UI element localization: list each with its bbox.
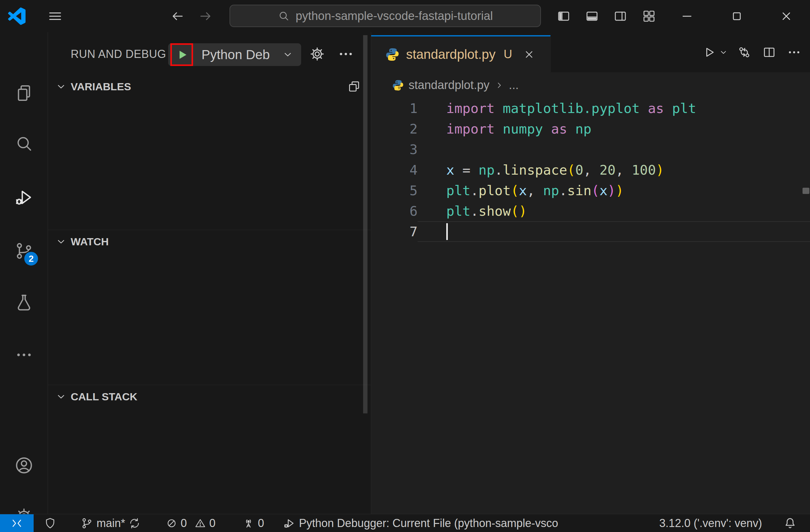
- command-center-text: python-sample-vscode-fastapi-tutorial: [295, 9, 493, 23]
- python-interpreter-status[interactable]: 3.12.0 ('.venv': venv): [659, 514, 762, 532]
- menu-icon[interactable]: [44, 0, 66, 32]
- variables-body: [48, 98, 371, 230]
- text-cursor: [446, 223, 448, 240]
- status-bar: main* 0 0 0 Python Debugger: Current Fil…: [0, 514, 810, 532]
- tab-close-icon[interactable]: [523, 48, 535, 61]
- warning-icon: [194, 517, 206, 529]
- run-dropdown-chevron-icon[interactable]: [718, 47, 728, 57]
- breadcrumb: standardplot.py ...: [371, 72, 810, 98]
- title-bar: python-sample-vscode-fastapi-tutorial: [0, 0, 810, 32]
- code-line[interactable]: 5plt.plot(x, np.sin(x)): [371, 180, 810, 201]
- ellipsis-icon: [15, 346, 33, 364]
- section-header-call-stack[interactable]: CALL STACK: [48, 385, 371, 408]
- vscode-window: python-sample-vscode-fastapi-tutorial: [0, 0, 810, 532]
- debugger-status-text: Python Debugger: Current File (python-sa…: [299, 517, 558, 530]
- sidebar-item-source-control[interactable]: [0, 231, 48, 271]
- debugger-status[interactable]: Python Debugger: Current File (python-sa…: [283, 514, 582, 532]
- line-number: 6: [371, 203, 418, 219]
- bell-icon: [783, 516, 797, 530]
- code-lines: 1import matplotlib.pyplot as plt2import …: [371, 98, 810, 242]
- code-line[interactable]: 7: [371, 221, 810, 242]
- debug-settings-gear-icon[interactable]: [309, 46, 325, 62]
- branch-status[interactable]: main*: [80, 514, 141, 532]
- line-number: 1: [371, 101, 418, 116]
- tab-standardplot[interactable]: standardplot.py U: [371, 35, 551, 72]
- minimize-button[interactable]: [673, 0, 701, 32]
- line-content[interactable]: import matplotlib.pyplot as plt: [418, 98, 810, 119]
- vscode-logo: [8, 7, 26, 25]
- copy-icon[interactable]: [347, 79, 361, 94]
- sidebar-scrollbar[interactable]: [363, 35, 368, 413]
- chevron-down-icon: [55, 390, 67, 403]
- run-debug-sidebar: RUN AND DEBUG Python Deb VARIABLES WATCH: [48, 32, 371, 514]
- back-arrow-icon[interactable]: [168, 0, 187, 32]
- code-line[interactable]: 1import matplotlib.pyplot as plt: [371, 98, 810, 119]
- remote-icon: [10, 517, 23, 530]
- section-label: WATCH: [71, 236, 109, 248]
- sidebar-item-testing[interactable]: [0, 283, 48, 322]
- line-number: 4: [371, 162, 418, 178]
- run-debug-icon: [14, 187, 34, 207]
- sidebar-item-more[interactable]: [0, 335, 48, 375]
- sidebar-title: RUN AND DEBUG: [71, 48, 166, 61]
- compare-changes-icon[interactable]: [737, 45, 751, 60]
- toggle-sidebar-icon[interactable]: [554, 0, 573, 32]
- warning-count: 0: [209, 517, 215, 530]
- files-icon: [14, 83, 34, 103]
- breadcrumb-file[interactable]: standardplot.py: [409, 79, 489, 92]
- chevron-down-icon: [55, 80, 67, 93]
- chevron-down-icon: [281, 48, 294, 61]
- maximize-button[interactable]: [723, 0, 751, 32]
- problems-status[interactable]: 0 0: [166, 514, 215, 532]
- shield-icon: [44, 517, 57, 530]
- beaker-icon: [14, 293, 34, 313]
- line-number: 5: [371, 183, 418, 198]
- section-label: CALL STACK: [71, 391, 137, 403]
- editor-group: standardplot.py U standardplot.py ... 1i…: [371, 32, 810, 514]
- line-content[interactable]: plt.plot(x, np.sin(x)): [418, 180, 810, 201]
- line-content[interactable]: [418, 221, 810, 242]
- debug-icon: [283, 517, 296, 530]
- line-content[interactable]: x = np.linspace(0, 20, 100): [418, 160, 810, 180]
- code-line[interactable]: 2import numpy as np: [371, 119, 810, 139]
- forward-arrow-icon[interactable]: [196, 0, 215, 32]
- editor-scrollbar[interactable]: [803, 188, 809, 194]
- remote-indicator[interactable]: [0, 514, 34, 532]
- git-branch-icon: [80, 517, 94, 530]
- branch-name: main*: [97, 517, 125, 530]
- toggle-secondary-sidebar-icon[interactable]: [611, 0, 630, 32]
- workspace-trust-button[interactable]: [44, 514, 57, 532]
- run-python-file-button[interactable]: [702, 45, 716, 60]
- line-number: 2: [371, 121, 418, 137]
- editor-more-actions-icon[interactable]: [787, 45, 801, 60]
- code-line[interactable]: 4x = np.linspace(0, 20, 100): [371, 160, 810, 180]
- code-line[interactable]: 6plt.show(): [371, 201, 810, 221]
- code-editor[interactable]: 1import matplotlib.pyplot as plt2import …: [371, 98, 810, 514]
- ports-count: 0: [258, 517, 264, 530]
- notifications-button[interactable]: [783, 514, 797, 532]
- ports-status[interactable]: 0: [242, 514, 264, 532]
- command-center-search[interactable]: python-sample-vscode-fastapi-tutorial: [229, 5, 541, 27]
- line-content[interactable]: plt.show(): [418, 201, 810, 221]
- sidebar-item-run-debug[interactable]: [0, 178, 48, 217]
- toggle-panel-icon[interactable]: [583, 0, 601, 32]
- sidebar-item-explorer[interactable]: [0, 73, 48, 113]
- section-header-watch[interactable]: WATCH: [48, 230, 371, 253]
- search-icon: [14, 134, 34, 153]
- code-line[interactable]: 3: [371, 139, 810, 160]
- python-icon: [385, 47, 400, 62]
- chevron-down-icon: [55, 235, 67, 248]
- account-button[interactable]: [0, 446, 48, 485]
- sidebar-item-search[interactable]: [0, 123, 48, 163]
- customize-layout-icon[interactable]: [639, 0, 658, 32]
- split-editor-icon[interactable]: [762, 45, 776, 60]
- close-button[interactable]: [772, 0, 800, 32]
- line-content[interactable]: [418, 139, 810, 160]
- breadcrumb-symbol[interactable]: ...: [509, 79, 519, 92]
- debug-config-label[interactable]: Python Deb: [201, 43, 270, 66]
- section-header-variables[interactable]: VARIABLES: [48, 75, 371, 98]
- error-count: 0: [181, 517, 187, 530]
- sidebar-more-actions-icon[interactable]: [338, 46, 354, 62]
- line-content[interactable]: import numpy as np: [418, 119, 810, 139]
- line-number: 7: [371, 224, 418, 239]
